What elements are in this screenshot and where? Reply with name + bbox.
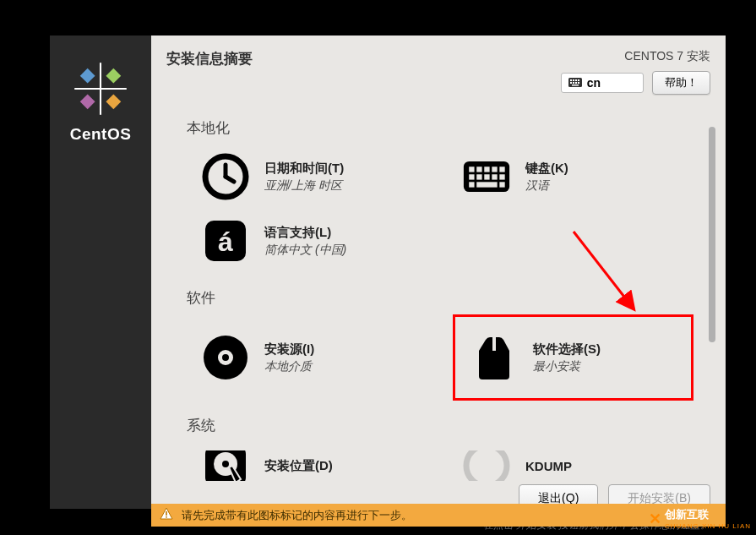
centos-brand-label: CentOS [70, 125, 132, 144]
svg-rect-20 [469, 167, 474, 172]
clock-icon [202, 153, 249, 200]
svg-point-40 [222, 461, 229, 467]
watermark-logo: ✕ 创新互联 CHUANG XIN HU LIAN [649, 507, 751, 530]
disc-icon [202, 334, 249, 381]
section-system-label: 系统 [187, 416, 702, 435]
svg-rect-13 [575, 82, 577, 84]
topbar: 安装信息摘要 CENTOS 7 安装 cn 帮助！ [151, 35, 726, 103]
watermark-sub: CHUANG XIN HU LIAN [665, 522, 751, 530]
option-install-destination-title: 安装位置(D) [264, 458, 333, 474]
svg-rect-22 [484, 167, 489, 172]
svg-rect-28 [492, 174, 497, 179]
option-install-destination[interactable]: 安装位置(D) [187, 442, 427, 481]
svg-rect-0 [106, 68, 121, 84]
option-datetime-title: 日期和时间(T) [264, 161, 344, 177]
svg-rect-11 [570, 82, 572, 84]
watermark-main: 创新互联 [665, 507, 751, 522]
svg-rect-31 [476, 182, 497, 187]
keyboard-large-icon [463, 153, 510, 200]
option-install-source-title: 安装源(I) [264, 341, 314, 358]
content-scroll: 本地化 日期和时间(T) 亚洲/上海 时区 键盘(K) [151, 103, 726, 481]
svg-rect-25 [469, 174, 474, 179]
keyboard-icon [568, 76, 582, 90]
option-language-support[interactable]: á 语言支持(L) 简体中文 (中国) [187, 209, 427, 273]
svg-rect-44 [166, 516, 167, 518]
svg-rect-23 [492, 167, 497, 172]
option-language-subtitle: 简体中文 (中国) [264, 243, 346, 258]
watermark-mark-icon: ✕ [649, 510, 661, 528]
svg-rect-43 [166, 511, 167, 516]
svg-rect-15 [572, 85, 579, 86]
svg-rect-8 [573, 79, 574, 81]
centos-logo-icon [71, 59, 130, 118]
svg-rect-32 [499, 182, 504, 187]
keyboard-layout-code: cn [587, 76, 601, 90]
option-install-source-subtitle: 本地介质 [264, 359, 314, 374]
page-title: 安装信息摘要 [166, 49, 253, 68]
svg-line-18 [226, 177, 234, 182]
svg-rect-12 [573, 82, 574, 84]
option-language-title: 语言支持(L) [264, 225, 346, 241]
svg-rect-24 [499, 167, 504, 172]
language-icon: á [202, 217, 249, 265]
option-keyboard-subtitle: 汉语 [525, 178, 568, 194]
svg-rect-30 [469, 182, 474, 187]
svg-rect-9 [575, 79, 577, 81]
svg-rect-10 [578, 79, 579, 81]
section-software-label: 软件 [187, 288, 702, 308]
svg-rect-2 [80, 94, 95, 109]
svg-point-41 [466, 450, 507, 481]
option-datetime-subtitle: 亚洲/上海 时区 [264, 178, 344, 194]
lang-help-row: cn 帮助！ [561, 71, 710, 95]
option-software-selection-title: 软件选择(S) [533, 341, 601, 358]
option-datetime[interactable]: 日期和时间(T) 亚洲/上海 时区 [187, 145, 427, 209]
scrollbar-track[interactable] [709, 127, 715, 448]
option-keyboard-title: 键盘(K) [525, 161, 568, 177]
svg-rect-14 [578, 82, 579, 84]
section-localization-label: 本地化 [187, 118, 702, 138]
warning-text: 请先完成带有此图标标记的内容再进行下一步。 [182, 508, 412, 523]
svg-rect-3 [80, 68, 95, 84]
svg-text:á: á [218, 227, 233, 257]
option-kdump[interactable]: KDUMP [448, 442, 688, 481]
scrollbar-thumb[interactable] [709, 127, 715, 342]
main-area: 安装信息摘要 CENTOS 7 安装 cn 帮助！ 本地化 [151, 35, 726, 509]
warning-banner: 请先完成带有此图标标记的内容再进行下一步。 [151, 504, 726, 527]
keyboard-layout-selector[interactable]: cn [561, 73, 644, 93]
option-software-selection-subtitle: 最小安装 [533, 359, 601, 374]
warning-icon [160, 507, 173, 523]
svg-rect-27 [484, 174, 489, 179]
package-icon [470, 334, 518, 381]
option-keyboard[interactable]: 键盘(K) 汉语 [448, 145, 688, 209]
help-button[interactable]: 帮助！ [652, 71, 710, 95]
option-software-selection[interactable]: 软件选择(S) 最小安装 [453, 314, 693, 401]
sidebar: CentOS [50, 35, 151, 509]
svg-rect-7 [570, 79, 572, 81]
harddrive-icon [202, 450, 249, 481]
kdump-icon [463, 450, 510, 481]
installer-window: CentOS 安装信息摘要 CENTOS 7 安装 cn 帮助！ [50, 35, 726, 509]
svg-rect-29 [499, 174, 504, 179]
topbar-right: CENTOS 7 安装 cn 帮助！ [561, 49, 710, 95]
option-install-source[interactable]: 安装源(I) 本地介质 [187, 314, 427, 401]
svg-rect-21 [476, 167, 481, 172]
option-kdump-title: KDUMP [525, 459, 572, 473]
svg-rect-1 [106, 94, 121, 109]
svg-rect-26 [476, 174, 481, 179]
svg-point-37 [222, 354, 229, 361]
product-version: CENTOS 7 安装 [624, 49, 710, 64]
